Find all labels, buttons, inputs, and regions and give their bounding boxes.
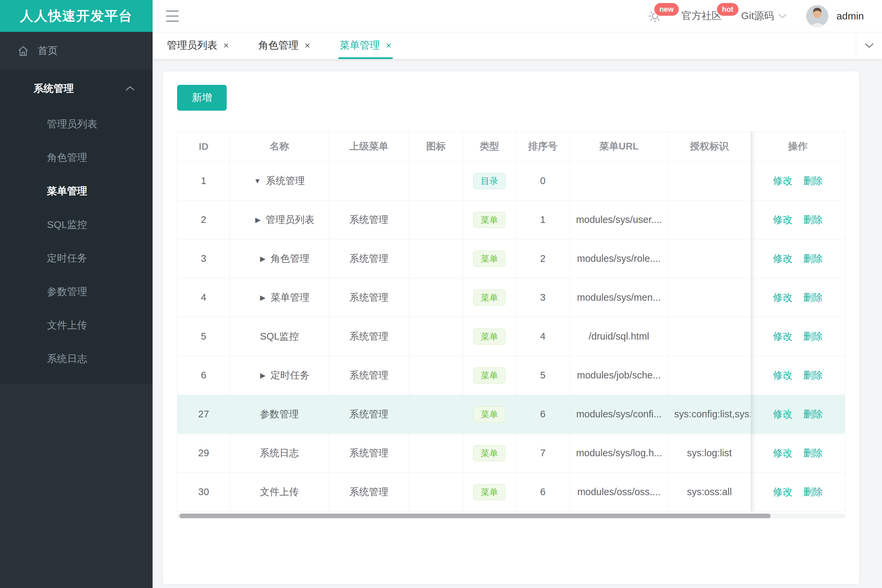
tab[interactable]: 角色管理 × bbox=[258, 32, 310, 59]
cell-actions: 修改删除 bbox=[751, 162, 845, 201]
edit-link[interactable]: 修改 bbox=[773, 176, 792, 186]
delete-link[interactable]: 删除 bbox=[803, 370, 823, 381]
sidebar-item[interactable]: 菜单管理 bbox=[0, 174, 153, 208]
table-row: 2 ▶ 管理员列表 系统管理 菜单 1 modules/sys/user....… bbox=[177, 201, 845, 239]
cell-type: 菜单 bbox=[463, 317, 516, 356]
sidebar-item[interactable]: 系统日志 bbox=[0, 342, 153, 375]
tab-close-icon[interactable]: × bbox=[386, 41, 391, 50]
cell-permission bbox=[668, 201, 751, 239]
cell-order: 0 bbox=[516, 162, 570, 201]
cell-menu-url: modules/sys/confi... bbox=[570, 395, 668, 434]
type-tag: 菜单 bbox=[473, 212, 505, 228]
add-button[interactable]: 新增 bbox=[177, 85, 227, 111]
menu-name: SQL监控 bbox=[260, 330, 299, 343]
cell-actions: 修改删除 bbox=[751, 201, 845, 239]
delete-link[interactable]: 删除 bbox=[803, 176, 823, 186]
sidebar-group-system[interactable]: 系统管理 bbox=[0, 70, 153, 107]
tab-close-icon[interactable]: × bbox=[223, 41, 229, 50]
delete-link[interactable]: 删除 bbox=[803, 292, 823, 303]
avatar bbox=[806, 5, 828, 27]
tab[interactable]: 菜单管理 × bbox=[340, 32, 391, 59]
sidebar-item[interactable]: 定时任务 bbox=[0, 242, 153, 275]
table-header-row: ID名称上级菜单图标类型排序号菜单URL授权标识操作 bbox=[177, 132, 845, 162]
edit-link[interactable]: 修改 bbox=[773, 447, 792, 458]
edit-link[interactable]: 修改 bbox=[773, 409, 792, 419]
edit-link[interactable]: 修改 bbox=[773, 331, 792, 342]
expand-arrow-icon[interactable]: ▶ bbox=[260, 294, 266, 302]
cell-actions: 修改删除 bbox=[751, 472, 845, 512]
git-source-link[interactable]: Git源码 bbox=[741, 9, 787, 23]
sidebar-item[interactable]: 文件上传 bbox=[0, 308, 153, 342]
tab-label: 管理员列表 bbox=[167, 39, 217, 52]
delete-link[interactable]: 删除 bbox=[803, 214, 823, 225]
scrollbar-thumb[interactable] bbox=[179, 514, 771, 518]
menu-icon bbox=[166, 10, 179, 12]
cell-permission bbox=[668, 317, 751, 356]
settings-button[interactable]: new bbox=[648, 9, 662, 23]
tab-bar: 管理员列表 × 角色管理 × 菜单管理 × bbox=[153, 32, 882, 59]
menu-toggle-button[interactable] bbox=[166, 10, 179, 22]
cell-order: 1 bbox=[516, 201, 570, 239]
type-tag: 菜单 bbox=[473, 328, 505, 345]
git-source-label: Git源码 bbox=[741, 9, 774, 23]
table-row: 27 参数管理 系统管理 菜单 6 modules/sys/confi... s… bbox=[177, 395, 845, 434]
expand-arrow-icon[interactable]: ▶ bbox=[255, 216, 261, 224]
table-row: 1 ▼ 系统管理 目录 0 修改删除 bbox=[177, 162, 845, 201]
community-label: 官方社区 bbox=[681, 9, 722, 23]
table-row: 5 SQL监控 系统管理 菜单 4 /druid/sql.html 修改删除 bbox=[177, 317, 845, 356]
column-header: 图标 bbox=[409, 132, 463, 162]
cell-id: 1 bbox=[177, 162, 230, 201]
sidebar-item[interactable]: 参数管理 bbox=[0, 275, 153, 308]
delete-link[interactable]: 删除 bbox=[803, 409, 823, 419]
edit-link[interactable]: 修改 bbox=[773, 253, 792, 264]
column-header: 上级菜单 bbox=[329, 132, 409, 162]
menu-table: ID名称上级菜单图标类型排序号菜单URL授权标识操作 1 ▼ 系统管理 目录 0… bbox=[177, 131, 845, 512]
header-right: new 官方社区 hot Git源码 bbox=[648, 5, 864, 27]
cell-name: ▼ 系统管理 bbox=[230, 162, 329, 201]
cell-order: 2 bbox=[516, 239, 570, 278]
sidebar-item[interactable]: SQL监控 bbox=[0, 208, 153, 242]
column-header: 名称 bbox=[230, 132, 329, 162]
sidebar-item[interactable]: 角色管理 bbox=[0, 141, 153, 174]
tab-label: 角色管理 bbox=[258, 39, 299, 52]
delete-link[interactable]: 删除 bbox=[803, 331, 823, 342]
cell-parent-menu: 系统管理 bbox=[329, 278, 409, 317]
edit-link[interactable]: 修改 bbox=[773, 370, 792, 381]
sidebar-group-label: 系统管理 bbox=[33, 82, 74, 96]
cell-name: ▶ 菜单管理 bbox=[230, 278, 329, 317]
hot-badge: hot bbox=[716, 2, 739, 16]
type-tag: 菜单 bbox=[473, 251, 505, 267]
community-link[interactable]: 官方社区 hot bbox=[681, 9, 722, 23]
cell-menu-url: modules/oss/oss.... bbox=[570, 472, 668, 512]
tabs-dropdown-button[interactable] bbox=[856, 32, 882, 59]
sidebar-item-label: 定时任务 bbox=[47, 251, 87, 265]
type-tag: 菜单 bbox=[473, 368, 505, 384]
cell-icon bbox=[409, 472, 463, 512]
cell-name: 系统日志 bbox=[230, 434, 329, 472]
cell-menu-url: modules/sys/user.... bbox=[570, 201, 668, 239]
expand-arrow-icon[interactable]: ▶ bbox=[260, 255, 266, 263]
sidebar-item-home[interactable]: 首页 bbox=[0, 32, 153, 70]
edit-link[interactable]: 修改 bbox=[773, 292, 792, 303]
delete-link[interactable]: 删除 bbox=[803, 253, 823, 264]
cell-permission: sys:log:list bbox=[668, 434, 751, 472]
menu-name: 角色管理 bbox=[270, 252, 310, 266]
menu-name: 定时任务 bbox=[270, 369, 310, 382]
delete-link[interactable]: 删除 bbox=[803, 447, 823, 458]
edit-link[interactable]: 修改 bbox=[773, 486, 792, 497]
delete-link[interactable]: 删除 bbox=[803, 486, 823, 497]
tab[interactable]: 管理员列表 × bbox=[167, 32, 229, 59]
user-menu[interactable]: admin bbox=[806, 5, 864, 27]
cell-type: 菜单 bbox=[463, 395, 516, 434]
cell-menu-url bbox=[570, 162, 668, 201]
expand-arrow-icon[interactable]: ▼ bbox=[254, 177, 261, 185]
tab-close-icon[interactable]: × bbox=[305, 41, 310, 50]
cell-name: ▶ 角色管理 bbox=[230, 239, 329, 278]
sidebar-item-label: 角色管理 bbox=[47, 151, 87, 165]
type-tag: 目录 bbox=[473, 173, 505, 189]
chevron-down-icon bbox=[778, 14, 787, 19]
cell-permission: sys:oss:all bbox=[668, 472, 751, 512]
edit-link[interactable]: 修改 bbox=[773, 214, 792, 225]
expand-arrow-icon[interactable]: ▶ bbox=[260, 372, 266, 380]
sidebar-item[interactable]: 管理员列表 bbox=[0, 107, 153, 141]
